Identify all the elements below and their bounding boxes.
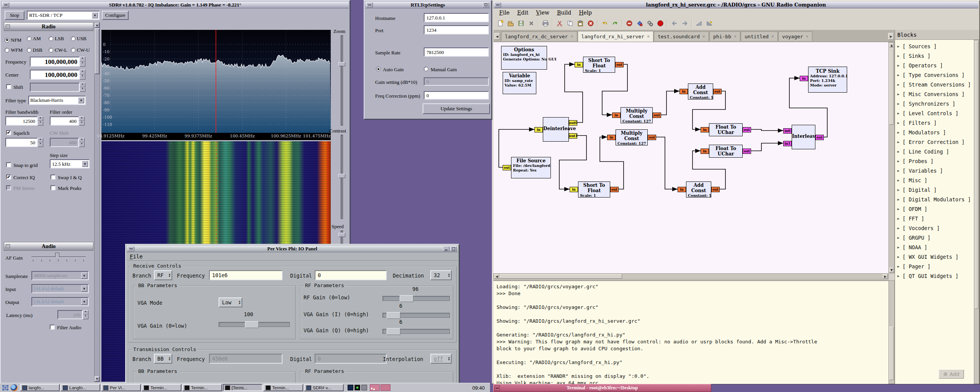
- expander-icon[interactable]: ▶: [897, 245, 899, 249]
- tab-voyager[interactable]: voyager×: [778, 31, 812, 41]
- tab-close-icon[interactable]: ×: [702, 34, 705, 39]
- mode-lsb[interactable]: LSB: [49, 34, 71, 44]
- tree-item-fft[interactable]: ▶[ FFT ]: [895, 214, 973, 223]
- port-out[interactable]: out: [815, 135, 824, 140]
- scroll-down-icon[interactable]: ▼: [95, 376, 100, 382]
- expander-icon[interactable]: ▶: [897, 54, 899, 58]
- slider-handle[interactable]: [245, 321, 259, 328]
- wire[interactable]: [661, 91, 679, 115]
- variable-block[interactable]: VariableID: samp_rateValue: 62.5M: [503, 72, 536, 94]
- pager-workspace-2[interactable]: [381, 384, 390, 391]
- multiply-const-1[interactable]: Multiply ConstConstant: 127inout: [616, 129, 648, 145]
- tree-item-modulators[interactable]: ▶[ Modulators ]: [895, 127, 973, 137]
- expander-icon[interactable]: ▶: [897, 73, 899, 77]
- tree-item-sources[interactable]: ▶[ Sources ]: [895, 41, 973, 51]
- rx-decimation-spin[interactable]: 32▲▼: [430, 270, 452, 280]
- menu-help[interactable]: Help: [575, 9, 595, 16]
- scroll-down-icon[interactable]: ▼: [889, 268, 894, 273]
- tree-item-operators[interactable]: ▶[ Operators ]: [895, 60, 973, 70]
- tree-item-stream-conversions[interactable]: ▶[ Stream Conversions ]: [895, 80, 973, 89]
- auto-gain-radio[interactable]: [376, 67, 381, 71]
- frequency-field[interactable]: 100,000,000: [30, 57, 80, 67]
- radio-icon[interactable]: [27, 48, 31, 52]
- filter-bandwidth-field[interactable]: 12500: [5, 116, 38, 126]
- new-icon[interactable]: [495, 18, 505, 29]
- mode-am[interactable]: AM: [27, 34, 49, 44]
- tree-item-qt-gui-widgets[interactable]: ▶[ QT GUI Widgets ]: [895, 271, 973, 281]
- tree-item-variables[interactable]: ▶[ Variables ]: [895, 166, 973, 175]
- scroll-up-icon[interactable]: ▲: [95, 23, 100, 28]
- port-out[interactable]: out: [503, 165, 511, 170]
- tab-langford-rx-hi-server[interactable]: langford_rx_hi_server×: [578, 31, 654, 42]
- tree-item-level-controls[interactable]: ▶[ Level Controls ]: [895, 108, 973, 118]
- frequency-stepper[interactable]: ▲▼: [80, 57, 85, 67]
- expander-icon[interactable]: ▶: [897, 274, 899, 278]
- expander-icon[interactable]: ▶: [897, 188, 899, 192]
- tree-item-vocoders[interactable]: ▶[ Vocoders ]: [895, 223, 973, 233]
- filter-type-select[interactable]: Blackman-Harris▼: [28, 96, 86, 105]
- radio-icon[interactable]: [27, 36, 31, 41]
- redo-icon[interactable]: [610, 18, 620, 29]
- sample-rate-field[interactable]: 7812500: [424, 47, 489, 57]
- port-in[interactable]: in: [575, 62, 583, 67]
- stop-button[interactable]: Stop: [5, 11, 24, 20]
- radio-icon[interactable]: [49, 48, 53, 52]
- mode-cw-u[interactable]: CW-U: [71, 45, 93, 55]
- port-out1[interactable]: out1: [569, 133, 577, 139]
- slider-handle[interactable]: [387, 328, 400, 335]
- port-in1[interactable]: in1: [783, 141, 792, 146]
- collapse-icon[interactable]: −: [6, 24, 10, 28]
- source-select[interactable]: RTL-SDR / TCP ▼: [27, 11, 100, 20]
- tray-icon-1[interactable]: [348, 385, 353, 390]
- chevron-down-icon[interactable]: ▼: [78, 97, 84, 103]
- slider-handle[interactable]: [387, 312, 400, 319]
- app-menu-icon[interactable]: [2, 384, 9, 391]
- scroll-right-icon[interactable]: ▶: [883, 274, 888, 279]
- tab-close-icon[interactable]: ×: [806, 34, 808, 39]
- tab-close-icon[interactable]: ×: [570, 34, 573, 39]
- tree-item-grgpu[interactable]: ▶[ GRGPU ]: [895, 233, 973, 242]
- menu-edit[interactable]: Edit: [514, 9, 532, 16]
- wire[interactable]: [559, 136, 586, 189]
- window-menu-button[interactable]: [128, 246, 134, 251]
- vga-gain-q-slider[interactable]: [382, 329, 450, 334]
- mode-wfm[interactable]: WFM: [5, 45, 27, 55]
- taskbar-button-5[interactable]: Termin...: [182, 384, 222, 391]
- radio-icon[interactable]: [71, 36, 75, 41]
- browser-icon[interactable]: [11, 384, 18, 391]
- filter-audio-checkbox[interactable]: [50, 325, 55, 330]
- tx-branch-spin[interactable]: BB▲▼: [154, 354, 172, 364]
- radio-icon[interactable]: [71, 48, 75, 52]
- generate-icon[interactable]: [645, 18, 655, 29]
- save-icon[interactable]: [516, 18, 526, 29]
- updown-icon[interactable]: ▲▼: [169, 273, 170, 278]
- tree-item-digital-modulators[interactable]: ▶[ Digital Modulators ]: [895, 194, 973, 204]
- center-field[interactable]: 100,000,000: [30, 70, 80, 80]
- expander-icon[interactable]: ▶: [897, 102, 899, 106]
- port-out[interactable]: out: [743, 149, 751, 154]
- expander-icon[interactable]: ▶: [897, 111, 899, 115]
- tab-close-icon[interactable]: ×: [734, 34, 737, 39]
- taskbar-button-7[interactable]: Termin...: [263, 384, 303, 391]
- port-in[interactable]: in: [570, 187, 578, 192]
- radio-icon[interactable]: [49, 36, 53, 41]
- scroll-left-icon[interactable]: ◀: [494, 274, 499, 279]
- collapse-icon[interactable]: −: [6, 244, 10, 248]
- vga-gain-slider[interactable]: [219, 322, 290, 327]
- mode-nfm[interactable]: NFM: [5, 35, 27, 45]
- filter-order-stepper[interactable]: ▲▼: [79, 116, 85, 126]
- rf-gain-slider[interactable]: [382, 296, 450, 301]
- window-menu-button[interactable]: [366, 2, 373, 7]
- port-in[interactable]: in: [534, 127, 543, 132]
- menu-build[interactable]: Build: [554, 9, 575, 16]
- expander-icon[interactable]: ▶: [897, 131, 899, 134]
- open-icon[interactable]: [505, 18, 516, 29]
- port-out[interactable]: out: [648, 135, 656, 140]
- mode-cw-l[interactable]: CW-L: [49, 45, 71, 55]
- rx-branch-spin[interactable]: RF▲▼: [154, 270, 172, 280]
- flowgraph-canvas[interactable]: OptionsID: langford_rx_hiGenerate Option…: [493, 42, 889, 273]
- canvas-vscrollbar[interactable]: ▲ ▼: [889, 42, 895, 273]
- vga-mode-spin[interactable]: Low▲▼: [219, 297, 242, 307]
- zoom-slider[interactable]: [341, 35, 343, 126]
- filter-order-field[interactable]: 400: [50, 116, 79, 126]
